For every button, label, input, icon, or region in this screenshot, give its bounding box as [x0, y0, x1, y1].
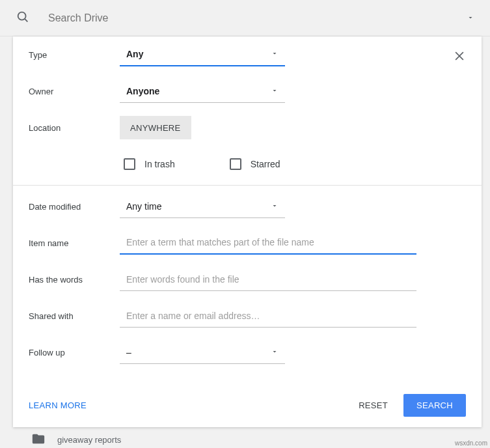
- panel-footer: LEARN MORE RESET SEARCH: [13, 384, 482, 427]
- search-button[interactable]: SEARCH: [403, 394, 466, 417]
- divider: [13, 185, 482, 186]
- svg-line-1: [25, 18, 27, 21]
- chevron-down-icon: [271, 347, 279, 357]
- follow-up-value: –: [126, 347, 131, 357]
- type-value: Any: [126, 49, 143, 59]
- list-item[interactable]: giveaway reports: [31, 432, 121, 448]
- follow-up-label: Follow up: [29, 348, 120, 357]
- checkbox-icon: [124, 158, 135, 170]
- date-modified-select[interactable]: Any time: [120, 195, 285, 218]
- chevron-down-icon: [271, 86, 279, 96]
- location-label: Location: [29, 123, 120, 133]
- has-words-input[interactable]: [120, 268, 416, 291]
- list-item-label: giveaway reports: [57, 435, 121, 445]
- search-icon[interactable]: [10, 5, 35, 32]
- shared-with-label: Shared with: [29, 311, 120, 321]
- in-trash-checkbox[interactable]: In trash: [124, 158, 175, 170]
- watermark: wsxdn.com: [455, 440, 487, 447]
- starred-checkbox[interactable]: Starred: [230, 158, 280, 170]
- checkbox-icon: [230, 158, 241, 170]
- item-name-label: Item name: [29, 238, 120, 248]
- search-bar: [0, 0, 490, 36]
- owner-value: Anyone: [126, 86, 159, 96]
- close-icon[interactable]: [453, 49, 466, 65]
- learn-more-link[interactable]: LEARN MORE: [29, 400, 87, 410]
- shared-with-input[interactable]: [120, 304, 416, 328]
- follow-up-select[interactable]: –: [120, 341, 285, 364]
- reset-button[interactable]: RESET: [348, 394, 398, 417]
- has-words-label: Has the words: [29, 275, 120, 285]
- location-button[interactable]: ANYWHERE: [120, 116, 191, 139]
- advanced-search-toggle[interactable]: [461, 7, 480, 29]
- svg-point-0: [18, 12, 26, 20]
- chevron-down-icon: [271, 49, 279, 59]
- advanced-search-panel: Type Any Owner Anyone Location ANYWHERE: [13, 36, 482, 427]
- owner-label: Owner: [29, 87, 120, 96]
- item-name-input[interactable]: [120, 231, 416, 255]
- search-input[interactable]: [35, 12, 461, 24]
- chevron-down-icon: [271, 201, 279, 212]
- in-trash-label: In trash: [144, 159, 175, 169]
- owner-select[interactable]: Anyone: [120, 79, 285, 103]
- starred-label: Starred: [251, 159, 280, 169]
- type-select[interactable]: Any: [120, 43, 285, 66]
- type-label: Type: [29, 50, 120, 60]
- folder-icon: [31, 432, 46, 448]
- date-modified-label: Date modified: [29, 202, 120, 212]
- date-modified-value: Any time: [126, 201, 161, 212]
